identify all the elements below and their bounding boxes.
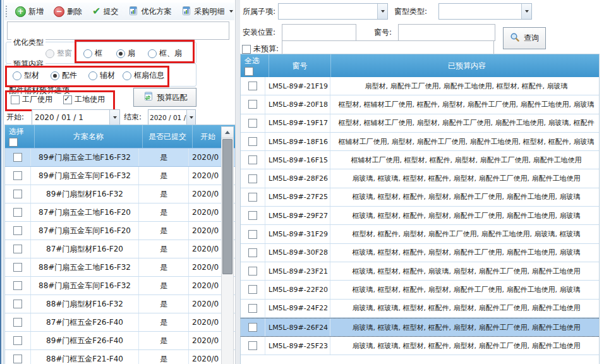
row-checkbox[interactable] [13, 318, 22, 327]
radio-auxiliary[interactable]: 辅材 [88, 70, 115, 81]
row-checkbox[interactable] [248, 323, 257, 332]
end-date-label: 结束: [124, 112, 142, 123]
row-checkbox[interactable] [248, 193, 257, 202]
window-table-row[interactable]: LM5L-89#-27F25 框玻璃, 框型材, 框配件, 扇型材, 扇配件工厂… [241, 188, 599, 207]
row-checkbox[interactable] [248, 137, 257, 146]
row-checkbox[interactable] [13, 226, 22, 235]
select-all-checkbox[interactable] [9, 138, 18, 147]
budget-match-button[interactable]: 预算匹配 [133, 88, 196, 107]
header-window-no[interactable]: 窗号 [269, 54, 331, 77]
row-checkbox[interactable] [13, 263, 22, 272]
window-table-row[interactable]: LM5L-89#-16F15 框辅材工厂使用, 框型材, 框配件, 扇型材, 扇… [241, 151, 599, 169]
window-table-row[interactable]: LM5L-89#-21F19 扇型材, 扇配件工厂使用, 扇配件工地使用, 框型… [241, 77, 599, 95]
window-table-row[interactable]: LM5L-89#-28F26 扇玻璃, 框玻璃, 框型材, 框配件, 扇型材, … [241, 169, 599, 188]
plan-table-row[interactable]: 89#门扇型材F16-F32 是 2020/0 [5, 185, 235, 203]
row-checkbox[interactable] [248, 341, 257, 350]
row-checkbox[interactable] [13, 190, 22, 198]
row-checkbox[interactable] [248, 82, 257, 90]
budgeted-content-cell: 框型材, 框辅材工厂使用, 框配件, 扇型材, 扇配件工厂使用, 扇配件工地使用… [330, 95, 600, 113]
window-table-row[interactable]: LM5L-89#-31F29 框型材, 框配件, 扇型材, 扇配件工厂使用, 扇… [241, 225, 599, 243]
install-location-input[interactable] [282, 24, 356, 41]
row-checkbox[interactable] [248, 211, 257, 220]
window-table-row[interactable]: LM5L-89#-23F21 框玻璃, 框型材, 框配件, 扇玻璃, 扇型材, … [241, 262, 599, 281]
row-checkbox[interactable] [248, 304, 257, 313]
start-date-picker[interactable]: 2020 / 01 / 1 [32, 109, 120, 125]
sub-item-select[interactable] [278, 3, 388, 20]
window-table-row[interactable]: LM5L-89#-24F22 扇玻璃, 框玻璃, 框型材, 框配件, 扇型材, … [241, 300, 599, 318]
window-table-row[interactable]: LM5L-89#-20F18 框型材, 框辅材工厂使用, 框配件, 扇型材, 扇… [241, 95, 599, 114]
radio-accessory[interactable]: 配件 [51, 70, 77, 81]
window-table-row[interactable]: LM5L-89#-26F24 扇玻璃, 框玻璃, 框型材, 框配件, 扇型材, … [241, 318, 599, 337]
plan-table-row[interactable]: 89#门扇五金工地F16-F32 是 2020/0 [5, 148, 235, 167]
header-select: 选择 [5, 125, 35, 148]
end-date-picker[interactable]: 2020 / 01 / 13 [148, 109, 196, 125]
add-button[interactable]: + 新增 [11, 4, 48, 20]
window-table-row[interactable]: LM5L-89#-29F27 框玻璃, 框型材, 框配件, 扇型材, 扇配件工厂… [241, 207, 599, 225]
window-table-row[interactable]: LM5L-89#-30F28 框玻璃, 框型材, 框配件, 扇型材, 扇配件工厂… [241, 244, 599, 262]
row-checkbox[interactable] [248, 100, 257, 109]
select-all-checkbox[interactable] [245, 67, 253, 76]
plan-table-scrollbar[interactable] [221, 126, 234, 364]
header-submitted[interactable]: 是否已提交 [143, 125, 193, 148]
row-checkbox[interactable] [13, 153, 22, 162]
window-table-row[interactable]: LM5L-89#-18F16 框辅材工厂使用, 扇型材, 扇配件工厂使用, 扇配… [241, 133, 599, 151]
toolbar-grip[interactable] [6, 6, 7, 17]
row-checkbox[interactable] [13, 300, 22, 308]
window-table-row[interactable]: LM5L-89#-19F17 框型材, 框辅材工厂使用, 扇型材, 扇配件工厂使… [241, 114, 599, 133]
row-checkbox[interactable] [13, 336, 22, 345]
row-checkbox[interactable] [13, 355, 22, 363]
window-no-input[interactable] [398, 24, 495, 41]
row-checkbox[interactable] [248, 267, 257, 276]
chevron-down-icon[interactable] [377, 4, 387, 19]
row-checkbox[interactable] [13, 245, 22, 253]
plan-table-row[interactable]: 88#门扇五金工地F16-F32 是 2020/0 [5, 258, 235, 277]
plan-table-row[interactable]: 89#门扇五金车间F16-F32 是 2020/0 [5, 167, 235, 185]
plan-table-row[interactable]: 87#门框五金F26-F40 是 2020/0 [5, 313, 235, 332]
plan-name-cell: 89#门扇五金车间F16-F32 [31, 167, 139, 185]
row-checkbox[interactable] [248, 155, 257, 164]
row-select-cell [5, 203, 31, 221]
radio-frame-sash-info[interactable]: 框扇信息 [123, 70, 164, 81]
scroll-up-button[interactable] [222, 127, 233, 138]
checkbox-factory-use[interactable]: 工厂使用 [11, 94, 52, 105]
chevron-down-icon[interactable] [186, 110, 195, 124]
checkbox-site-use[interactable]: 工地使用 [63, 94, 105, 105]
row-select-cell [241, 114, 265, 132]
header-budgeted-content[interactable]: 已预算内容 [331, 54, 600, 77]
header-plan-name[interactable]: 方案名称 [35, 125, 143, 148]
plan-table-row[interactable]: 87#门扇型材F16-F20 是 2020/0 [5, 240, 235, 258]
row-checkbox[interactable] [13, 171, 22, 180]
purchase-detail-button[interactable]: 采购明细 [177, 3, 238, 20]
submit-button[interactable]: ✔ 提交 [88, 4, 123, 20]
radio-frame[interactable]: 框 [83, 48, 102, 59]
row-checkbox[interactable] [13, 281, 22, 290]
row-checkbox[interactable] [248, 285, 257, 294]
checkbox-no-budget[interactable]: 未预算: [242, 44, 279, 54]
chevron-down-icon[interactable] [109, 110, 119, 124]
radio-sash[interactable]: 扇 [116, 48, 135, 59]
window-type-select[interactable] [438, 3, 532, 20]
row-checkbox[interactable] [13, 208, 22, 217]
plan-table-row[interactable]: 87#门扇五金工地F16-F20 是 2020/0 [5, 203, 235, 222]
row-checkbox[interactable] [248, 174, 257, 183]
window-table-row[interactable]: LM5L-89#-25F23 扇玻璃, 框玻璃, 框型材, 框配件, 扇型材, … [241, 337, 599, 355]
optimize-plan-button[interactable]: 优化方案 [124, 3, 176, 20]
row-select-cell [241, 188, 265, 206]
chevron-down-icon[interactable] [521, 4, 531, 19]
radio-whole-window[interactable]: 整窗 [45, 48, 72, 59]
row-checkbox[interactable] [248, 248, 257, 257]
query-button[interactable]: 查询 [503, 27, 546, 49]
window-table-row[interactable]: LM5L-89#-22F20 框玻璃, 框型材, 框配件, 扇型材, 扇配件工厂… [241, 281, 599, 299]
window-no-cell: LM5L-89#-18F16 [265, 133, 330, 150]
plan-table-row[interactable]: 88#门扇型材F16-F32 是 2020/0 [5, 295, 235, 313]
radio-profile[interactable]: 型材 [13, 70, 39, 81]
plan-table-row[interactable]: 88#门框五金F21-F40 是 2020/0 [5, 350, 235, 364]
scrollbar-thumb[interactable] [222, 139, 233, 274]
radio-frame-sash[interactable]: 框、扇 [148, 48, 182, 59]
plan-table-row[interactable]: 87#门扇五金车间F16-F20 是 2020/0 [5, 222, 235, 240]
row-checkbox[interactable] [248, 119, 257, 128]
row-checkbox[interactable] [248, 230, 257, 239]
plan-table-row[interactable]: 89#门框五金F26-F40 是 2020/0 [5, 332, 235, 350]
delete-button[interactable]: − 删除 [49, 4, 87, 20]
plan-table-row[interactable]: 88#门扇五金车间F16-F32 是 2020/0 [5, 277, 235, 295]
